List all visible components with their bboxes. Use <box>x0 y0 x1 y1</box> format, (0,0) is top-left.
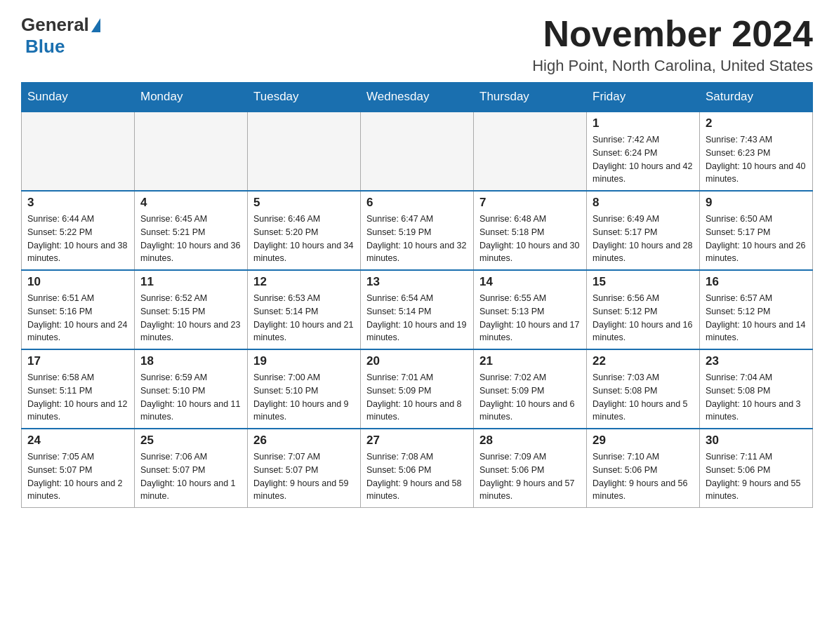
logo: General Blue <box>21 14 100 58</box>
calendar-cell-w1-d3: 6Sunrise: 6:47 AMSunset: 5:19 PMDaylight… <box>361 191 474 270</box>
header-friday: Friday <box>587 83 700 112</box>
calendar-cell-w3-d4: 21Sunrise: 7:02 AMSunset: 5:09 PMDayligh… <box>474 349 587 429</box>
logo-triangle-icon <box>91 18 100 32</box>
logo-text-general: General <box>21 14 89 36</box>
day-info: Sunrise: 6:49 AMSunset: 5:17 PMDaylight:… <box>593 213 694 265</box>
day-info: Sunrise: 7:02 AMSunset: 5:09 PMDaylight:… <box>479 371 581 424</box>
day-info: Sunrise: 7:05 AMSunset: 5:07 PMDaylight:… <box>27 450 128 503</box>
day-info: Sunrise: 6:56 AMSunset: 5:12 PMDaylight:… <box>593 292 694 344</box>
day-number: 29 <box>593 434 694 448</box>
day-number: 30 <box>706 434 807 448</box>
calendar-cell-w1-d4: 7Sunrise: 6:48 AMSunset: 5:18 PMDaylight… <box>474 191 587 270</box>
calendar-cell-w2-d0: 10Sunrise: 6:51 AMSunset: 5:16 PMDayligh… <box>22 270 135 349</box>
day-info: Sunrise: 7:09 AMSunset: 5:06 PMDaylight:… <box>479 450 581 503</box>
calendar-cell-w4-d2: 26Sunrise: 7:07 AMSunset: 5:07 PMDayligh… <box>248 429 361 508</box>
calendar-cell-w0-d1 <box>135 112 248 191</box>
calendar-cell-w3-d6: 23Sunrise: 7:04 AMSunset: 5:08 PMDayligh… <box>700 349 813 429</box>
day-info: Sunrise: 6:48 AMSunset: 5:18 PMDaylight:… <box>479 213 581 265</box>
calendar-cell-w0-d4 <box>474 112 587 191</box>
day-number: 4 <box>140 196 241 210</box>
day-info: Sunrise: 6:51 AMSunset: 5:16 PMDaylight:… <box>27 292 128 344</box>
day-info: Sunrise: 6:57 AMSunset: 5:12 PMDaylight:… <box>706 292 807 344</box>
day-number: 13 <box>366 275 468 289</box>
day-number: 7 <box>479 196 581 210</box>
calendar-cell-w2-d6: 16Sunrise: 6:57 AMSunset: 5:12 PMDayligh… <box>700 270 813 349</box>
day-info: Sunrise: 7:42 AMSunset: 6:24 PMDaylight:… <box>593 133 694 186</box>
day-number: 8 <box>593 196 694 210</box>
calendar-cell-w4-d5: 29Sunrise: 7:10 AMSunset: 5:06 PMDayligh… <box>587 429 700 508</box>
calendar-cell-w1-d1: 4Sunrise: 6:45 AMSunset: 5:21 PMDaylight… <box>135 191 248 270</box>
week-row-4: 24Sunrise: 7:05 AMSunset: 5:07 PMDayligh… <box>22 429 813 508</box>
month-title: November 2024 <box>532 14 813 54</box>
day-info: Sunrise: 7:00 AMSunset: 5:10 PMDaylight:… <box>253 371 355 424</box>
calendar-cell-w3-d1: 18Sunrise: 6:59 AMSunset: 5:10 PMDayligh… <box>135 349 248 429</box>
week-row-3: 17Sunrise: 6:58 AMSunset: 5:11 PMDayligh… <box>22 349 813 429</box>
location-title: High Point, North Carolina, United State… <box>532 57 813 75</box>
calendar-cell-w3-d2: 19Sunrise: 7:00 AMSunset: 5:10 PMDayligh… <box>248 349 361 429</box>
logo-text-blue: Blue <box>25 36 65 57</box>
day-number: 18 <box>140 354 241 368</box>
week-row-1: 3Sunrise: 6:44 AMSunset: 5:22 PMDaylight… <box>22 191 813 270</box>
calendar-cell-w2-d3: 13Sunrise: 6:54 AMSunset: 5:14 PMDayligh… <box>361 270 474 349</box>
header-saturday: Saturday <box>700 83 813 112</box>
day-number: 11 <box>140 275 241 289</box>
calendar-cell-w4-d6: 30Sunrise: 7:11 AMSunset: 5:06 PMDayligh… <box>700 429 813 508</box>
calendar-cell-w1-d5: 8Sunrise: 6:49 AMSunset: 5:17 PMDaylight… <box>587 191 700 270</box>
day-number: 26 <box>253 434 355 448</box>
day-number: 19 <box>253 354 355 368</box>
day-number: 16 <box>706 275 807 289</box>
calendar-cell-w0-d5: 1Sunrise: 7:42 AMSunset: 6:24 PMDaylight… <box>587 112 700 191</box>
day-number: 12 <box>253 275 355 289</box>
day-number: 10 <box>27 275 128 289</box>
day-info: Sunrise: 7:01 AMSunset: 5:09 PMDaylight:… <box>366 371 468 424</box>
day-number: 28 <box>479 434 581 448</box>
day-info: Sunrise: 7:04 AMSunset: 5:08 PMDaylight:… <box>706 371 807 424</box>
calendar-cell-w2-d4: 14Sunrise: 6:55 AMSunset: 5:13 PMDayligh… <box>474 270 587 349</box>
day-info: Sunrise: 6:54 AMSunset: 5:14 PMDaylight:… <box>366 292 468 344</box>
day-number: 9 <box>706 196 807 210</box>
calendar-cell-w2-d5: 15Sunrise: 6:56 AMSunset: 5:12 PMDayligh… <box>587 270 700 349</box>
day-number: 2 <box>706 116 807 130</box>
day-info: Sunrise: 6:58 AMSunset: 5:11 PMDaylight:… <box>27 371 128 424</box>
calendar-cell-w1-d2: 5Sunrise: 6:46 AMSunset: 5:20 PMDaylight… <box>248 191 361 270</box>
day-info: Sunrise: 6:47 AMSunset: 5:19 PMDaylight:… <box>366 213 468 265</box>
day-info: Sunrise: 7:11 AMSunset: 5:06 PMDaylight:… <box>706 450 807 503</box>
day-info: Sunrise: 6:53 AMSunset: 5:14 PMDaylight:… <box>253 292 355 344</box>
day-number: 25 <box>140 434 241 448</box>
calendar-cell-w0-d0 <box>22 112 135 191</box>
calendar-header-row: SundayMondayTuesdayWednesdayThursdayFrid… <box>22 83 813 112</box>
day-info: Sunrise: 7:43 AMSunset: 6:23 PMDaylight:… <box>706 133 807 186</box>
calendar-cell-w0-d2 <box>248 112 361 191</box>
calendar-cell-w3-d5: 22Sunrise: 7:03 AMSunset: 5:08 PMDayligh… <box>587 349 700 429</box>
calendar: SundayMondayTuesdayWednesdayThursdayFrid… <box>21 82 813 508</box>
header-monday: Monday <box>135 83 248 112</box>
day-info: Sunrise: 6:55 AMSunset: 5:13 PMDaylight:… <box>479 292 581 344</box>
calendar-cell-w0-d6: 2Sunrise: 7:43 AMSunset: 6:23 PMDaylight… <box>700 112 813 191</box>
page-header: General Blue November 2024 High Point, N… <box>21 14 813 75</box>
day-number: 1 <box>593 116 694 130</box>
day-info: Sunrise: 6:59 AMSunset: 5:10 PMDaylight:… <box>140 371 241 424</box>
day-number: 14 <box>479 275 581 289</box>
day-number: 23 <box>706 354 807 368</box>
calendar-cell-w2-d1: 11Sunrise: 6:52 AMSunset: 5:15 PMDayligh… <box>135 270 248 349</box>
calendar-cell-w3-d0: 17Sunrise: 6:58 AMSunset: 5:11 PMDayligh… <box>22 349 135 429</box>
day-info: Sunrise: 7:06 AMSunset: 5:07 PMDaylight:… <box>140 450 241 503</box>
day-info: Sunrise: 6:44 AMSunset: 5:22 PMDaylight:… <box>27 213 128 265</box>
day-info: Sunrise: 7:10 AMSunset: 5:06 PMDaylight:… <box>593 450 694 503</box>
header-tuesday: Tuesday <box>248 83 361 112</box>
day-number: 6 <box>366 196 468 210</box>
calendar-cell-w1-d0: 3Sunrise: 6:44 AMSunset: 5:22 PMDaylight… <box>22 191 135 270</box>
calendar-cell-w3-d3: 20Sunrise: 7:01 AMSunset: 5:09 PMDayligh… <box>361 349 474 429</box>
day-info: Sunrise: 6:45 AMSunset: 5:21 PMDaylight:… <box>140 213 241 265</box>
calendar-cell-w2-d2: 12Sunrise: 6:53 AMSunset: 5:14 PMDayligh… <box>248 270 361 349</box>
day-number: 24 <box>27 434 128 448</box>
day-number: 3 <box>27 196 128 210</box>
day-info: Sunrise: 6:52 AMSunset: 5:15 PMDaylight:… <box>140 292 241 344</box>
day-info: Sunrise: 7:03 AMSunset: 5:08 PMDaylight:… <box>593 371 694 424</box>
day-info: Sunrise: 6:50 AMSunset: 5:17 PMDaylight:… <box>706 213 807 265</box>
header-thursday: Thursday <box>474 83 587 112</box>
title-block: November 2024 High Point, North Carolina… <box>532 14 813 75</box>
day-number: 15 <box>593 275 694 289</box>
day-info: Sunrise: 6:46 AMSunset: 5:20 PMDaylight:… <box>253 213 355 265</box>
day-number: 17 <box>27 354 128 368</box>
